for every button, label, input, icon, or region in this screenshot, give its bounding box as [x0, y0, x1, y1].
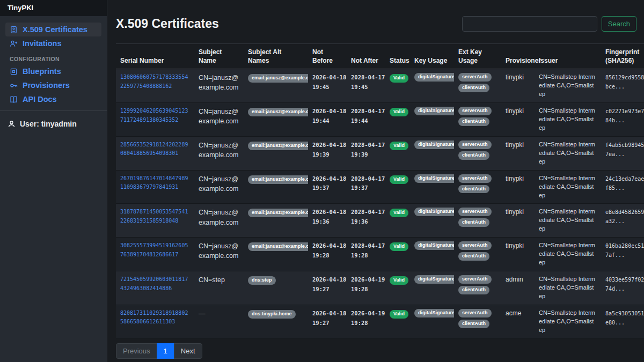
key-usage-cell: digitalSignature [410, 103, 454, 137]
key-usage-cell: digitalSignature [410, 204, 454, 238]
column-header-9: Issuer [535, 44, 601, 69]
not-after-date: 2028-04-17 [351, 107, 381, 116]
issuer-cell: CN=Smallstep Intermediate CA,O=Smallstep [535, 305, 601, 338]
not-after-time: 19:36 [351, 217, 381, 227]
not-after-date: 2028-04-17 [351, 73, 381, 83]
sidebar-item-invitations[interactable]: Invitations [5, 36, 101, 50]
sidebar-item-x509-certificates[interactable]: X.509 Certificates [5, 23, 101, 36]
not-after-cell: 2026-04-1919:28 [347, 271, 385, 305]
search-input[interactable] [462, 16, 597, 32]
key-usage-badge: digitalSignature [414, 174, 454, 183]
san-cell: email:janusz@example.com [244, 103, 308, 137]
pagination: Previous 1 Next [116, 343, 202, 359]
pagination-previous[interactable]: Previous [116, 343, 157, 359]
sidebar-item-blueprints[interactable]: Blueprints [5, 64, 101, 78]
serial-link[interactable]: 1308060607571783335542259775408888162 [120, 73, 190, 91]
serial-link[interactable]: 308255573994519162605763891704812686617 [120, 241, 190, 259]
pagination-page-1[interactable]: 1 [157, 343, 174, 359]
not-before-time: 19:44 [312, 116, 342, 126]
fingerprint-cell: c02271e973e7684b... [601, 103, 644, 137]
provisioner-cell: admin [501, 271, 535, 305]
provisioner-cell: tinypki [501, 136, 535, 170]
serial-link[interactable]: 7215450599206030118174324963082414886 [120, 275, 190, 293]
ext-key-usage-cell: serverAuthclientAuth [454, 103, 501, 137]
status-badge: Valid [390, 142, 408, 150]
not-before-date: 2026-04-18 [312, 309, 342, 319]
subject-name-cell: — [194, 305, 244, 338]
serial-link[interactable]: 285665352918124202289080418856954098301 [120, 141, 190, 158]
ext-key-usage-badge: clientAuth [458, 320, 489, 328]
column-header-8: Provisioner [501, 44, 535, 69]
ext-key-usage-badge: serverAuth [458, 73, 492, 82]
not-after-time: 19:37 [351, 183, 381, 193]
column-header-7: Ext Key Usage [454, 44, 501, 69]
not-after-cell: 2028-04-1719:39 [347, 136, 385, 170]
not-before-date: 2026-04-18 [312, 208, 342, 217]
sidebar-item-api-docs[interactable]: API Docs [5, 92, 101, 106]
status-badge: Valid [390, 310, 408, 319]
key-usage-badge: digitalSignature [414, 309, 454, 317]
serial-link[interactable]: 318787871450053547541226831931585918048 [120, 208, 190, 225]
ext-key-usage-cell: serverAuthclientAuth [454, 136, 501, 170]
table-row: 129992046205639045123711724891380345352C… [116, 103, 644, 137]
column-header-5: Status [385, 44, 410, 69]
status-cell: Valid [385, 204, 410, 238]
serial-link[interactable]: 267019876147014847989110983679797841931 [120, 174, 190, 192]
status-badge: Valid [390, 276, 408, 285]
san-cell: email:janusz@example.com [244, 170, 308, 204]
ext-key-usage-cell: serverAuthclientAuth [454, 170, 501, 204]
fingerprint-cell: 4033ee597f02274d... [601, 271, 644, 305]
table-row: 308255573994519162605763891704812686617C… [116, 238, 644, 271]
not-after-cell: 2028-04-1719:36 [347, 204, 385, 238]
serial-link[interactable]: 129992046205639045123711724891380345352 [120, 107, 190, 124]
not-after-time: 19:45 [351, 83, 381, 92]
ext-key-usage-cell: serverAuthclientAuth [454, 69, 501, 103]
certificate-icon [10, 26, 18, 34]
san-cell: dns:step [244, 271, 308, 305]
table-row: 318787871450053547541226831931585918048C… [116, 204, 644, 238]
serial-link[interactable]: 82081731102931891880258665806612611303 [120, 309, 190, 327]
sidebar-item-label: Invitations [23, 39, 62, 48]
issuer-cell: CN=Smallstep Intermediate CA,O=Smallstep [535, 271, 601, 305]
fingerprint-cell: 856129cd95581bce... [601, 69, 644, 103]
pagination-next[interactable]: Next [174, 343, 202, 359]
provisioner-cell: acme [501, 305, 535, 338]
not-before-cell: 2026-04-1819:28 [308, 238, 347, 271]
ext-key-usage-cell: serverAuthclientAuth [454, 305, 501, 338]
issuer-cell: CN=Smallstep Intermediate CA,O=Smallstep [535, 136, 601, 170]
ext-key-usage-badge: clientAuth [458, 84, 489, 92]
san-badge: email:janusz@example.com [248, 108, 308, 116]
serial-cell: 308255573994519162605763891704812686617 [116, 238, 194, 271]
search-button[interactable]: Search [602, 16, 636, 32]
provisioner-cell: tinypki [501, 204, 535, 238]
sidebar-item-label: Blueprints [23, 67, 61, 76]
person-add-icon [10, 40, 18, 48]
ext-key-usage-badge: clientAuth [458, 218, 489, 227]
subject-name-cell: CN=janusz@example.com [194, 136, 244, 170]
key-usage-cell: digitalSignature [410, 170, 454, 204]
sidebar-item-provisioners[interactable]: Provisioners [5, 78, 101, 92]
ext-key-usage-badge: clientAuth [458, 151, 489, 160]
san-badge: email:janusz@example.com [248, 142, 308, 150]
not-before-cell: 2026-04-1819:44 [308, 103, 347, 137]
san-badge: email:janusz@example.com [248, 74, 308, 83]
table-row: 267019876147014847989110983679797841931C… [116, 170, 644, 204]
not-after-cell: 2028-04-1719:45 [347, 69, 385, 103]
key-usage-badge: digitalSignature [414, 73, 454, 82]
sidebar: TinyPKI X.509 Certificates Invitations C… [0, 0, 107, 362]
book-icon [10, 95, 18, 104]
not-before-date: 2026-04-18 [312, 73, 342, 83]
san-badge: dns:tinypki.home [248, 310, 296, 319]
table-header: Serial NumberSubject NameSubject Alt Nam… [116, 44, 644, 69]
key-usage-cell: digitalSignature [410, 305, 454, 338]
serial-cell: 285665352918124202289080418856954098301 [116, 136, 194, 170]
sidebar-nav: X.509 Certificates Invitations CONFIGURA… [0, 16, 107, 111]
not-after-date: 2028-04-17 [351, 174, 381, 184]
ext-key-usage-cell: serverAuthclientAuth [454, 204, 501, 238]
key-usage-badge: digitalSignature [414, 208, 454, 216]
issuer-cell: CN=Smallstep Intermediate CA,O=Smallstep [535, 170, 601, 204]
san-badge: email:janusz@example.com [248, 175, 308, 184]
status-cell: Valid [385, 69, 410, 103]
status-cell: Valid [385, 238, 410, 271]
ext-key-usage-badge: serverAuth [458, 107, 492, 115]
